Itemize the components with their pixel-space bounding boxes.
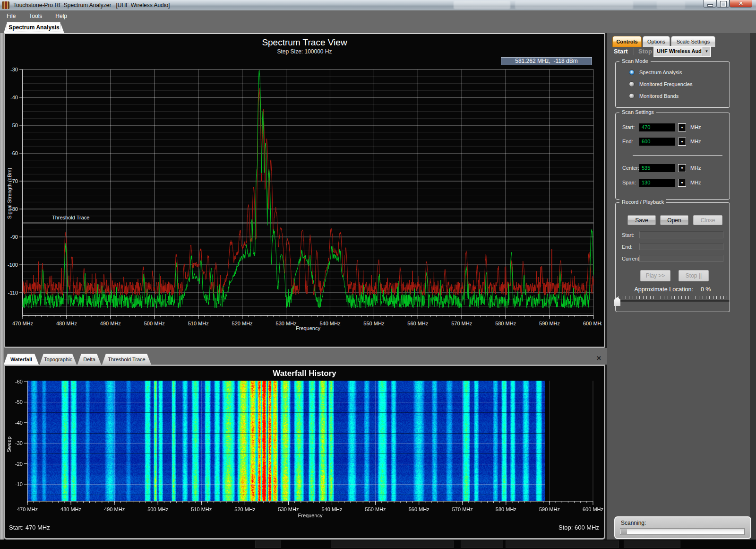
record-field-label: Start: — [622, 232, 634, 238]
restore-button[interactable] — [716, 0, 730, 8]
tab-threshold-trace[interactable]: Threshold Trace — [102, 354, 151, 365]
svg-text:580 MHz: 580 MHz — [496, 506, 516, 512]
chevron-down-icon[interactable]: ▼ — [678, 123, 686, 131]
taskbar-item[interactable] — [624, 540, 680, 548]
close-button[interactable]: ✕ — [730, 0, 752, 8]
glass-reflection — [657, 1, 685, 9]
waterfall-y-axis-label: Sweep — [6, 409, 13, 480]
playback-slider-track[interactable] — [616, 300, 730, 302]
menu-item-help[interactable]: Help — [49, 10, 74, 21]
record-playback-group: Record / Playback SaveOpenClose Start:En… — [615, 202, 730, 312]
playback-slider-ticks — [619, 296, 729, 299]
radio-label: Spectrum Analysis — [639, 70, 682, 75]
svg-text:-110: -110 — [8, 290, 18, 296]
taskbar-item[interactable] — [461, 540, 503, 548]
scan-toolbar: Start Stop UHF Wireless Aud ▼ — [607, 47, 756, 58]
waterfall-panel: 470 MHz480 MHz490 MHz500 MHz510 MHz520 M… — [4, 365, 605, 540]
tab-spectrum-analysis[interactable]: Spectrum Analysis — [4, 22, 64, 33]
scan-setting-input[interactable]: 535 — [639, 164, 675, 172]
scan-setting-input[interactable]: 470 — [639, 123, 675, 131]
svg-text:480 MHz: 480 MHz — [60, 506, 81, 512]
scanning-progress-fill — [621, 529, 627, 534]
svg-text:600 MHz: 600 MHz — [583, 506, 603, 512]
tab-options[interactable]: Options — [643, 36, 670, 47]
radio-icon[interactable] — [629, 93, 635, 99]
scan-setting-unit: MHz — [690, 180, 701, 185]
menu-item-file[interactable]: File — [0, 10, 22, 21]
minimize-icon — [707, 4, 713, 7]
profile-dropdown[interactable]: UHF Wireless Aud ▼ — [654, 47, 710, 56]
playback-stop-button[interactable]: Stop || — [679, 270, 709, 281]
scan-setting-label: Center: — [622, 165, 639, 171]
spectrum-chart[interactable]: -30-40-50-60-70-80-90-100-110470 MHz480 … — [7, 35, 602, 345]
scan-setting-label: Span: — [622, 180, 636, 185]
tab-waterfall[interactable]: Waterfall — [4, 354, 39, 365]
chevron-down-icon[interactable]: ▼ — [678, 138, 686, 146]
tab-controls[interactable]: Controls — [612, 36, 642, 47]
record-field-current[interactable] — [639, 255, 723, 262]
svg-text:-30: -30 — [15, 440, 23, 446]
svg-text:510 MHz: 510 MHz — [191, 506, 212, 512]
control-panel: ControlsOptionsScale Settings Start Stop… — [607, 33, 756, 540]
spectrum-title: Spectrum Trace View — [5, 37, 604, 48]
app-window: Touchstone-Pro RF Spectrum Analyzer [UHF… — [0, 0, 756, 549]
minimize-button[interactable] — [703, 0, 716, 8]
glass-reflection — [454, 1, 510, 9]
scan-setting-label: Start: — [622, 124, 635, 130]
scan-setting-input[interactable]: 130 — [639, 179, 675, 187]
panel-edge — [750, 33, 756, 540]
taskbar-item[interactable] — [506, 540, 619, 548]
spectrum-y-axis-label: Signal Strength (dBm) — [7, 158, 13, 229]
scan-setting-input[interactable]: 600 — [639, 138, 675, 146]
svg-text:-40: -40 — [10, 95, 18, 100]
tab-scale-settings[interactable]: Scale Settings — [671, 36, 715, 47]
scan-mode-legend: Scan Mode — [619, 58, 651, 64]
waterfall-start-status: Start: 470 MHz — [9, 524, 50, 531]
spectrum-x-axis-label: Frequency — [23, 325, 593, 331]
radio-option-monitored-bands[interactable]: Monitored Bands — [629, 93, 679, 99]
waterfall-title: Waterfall History — [5, 369, 604, 378]
svg-text:470 MHz: 470 MHz — [17, 506, 38, 512]
spectrum-panel: -30-40-50-60-70-80-90-100-110470 MHz480 … — [4, 33, 605, 348]
record-field-start[interactable] — [639, 231, 723, 238]
taskbar-item[interactable] — [255, 540, 281, 548]
waterfall-close-icon[interactable]: ✕ — [596, 355, 601, 362]
tab-topographic[interactable]: Topographic — [40, 354, 77, 365]
scanning-progress-bar — [620, 528, 745, 535]
approximate-location-value: 0 % — [701, 286, 711, 293]
chevron-down-icon[interactable]: ▼ — [678, 179, 686, 187]
record-playback-legend: Record / Playback — [619, 199, 666, 205]
tab-focus-outline — [7, 23, 60, 32]
radio-option-monitored-frequencies[interactable]: Monitored Frequencies — [629, 81, 693, 87]
svg-text:560 MHz: 560 MHz — [409, 506, 430, 512]
svg-text:590 MHz: 590 MHz — [539, 506, 560, 512]
record-field-label: End: — [622, 244, 633, 250]
svg-text:-60: -60 — [10, 150, 18, 156]
radio-icon[interactable] — [629, 81, 635, 87]
save-button[interactable]: Save — [627, 215, 656, 225]
chevron-down-icon[interactable]: ▼ — [678, 164, 686, 172]
cursor-readout: 581.262 MHz, -118 dBm — [501, 57, 592, 65]
play-button[interactable]: Play >> — [640, 270, 670, 281]
main-tab-strip: Spectrum Analysis — [0, 21, 756, 33]
menu-item-tools[interactable]: Tools — [22, 10, 49, 21]
record-field-label: Current: — [622, 256, 641, 261]
svg-text:-100: -100 — [8, 262, 18, 268]
scan-setting-row: End:600▼MHz — [616, 138, 730, 146]
taskbar-item[interactable] — [331, 540, 454, 548]
scan-setting-unit: MHz — [690, 165, 701, 171]
start-scan-button[interactable]: Start — [614, 48, 628, 55]
radio-icon[interactable] — [629, 70, 635, 75]
stop-scan-button[interactable]: Stop — [638, 48, 652, 55]
svg-text:-30: -30 — [10, 67, 18, 72]
scan-settings-group: Scan Settings Start:470▼MHzEnd:600▼MHzCe… — [615, 113, 730, 200]
record-field-end[interactable] — [639, 243, 723, 250]
open-button[interactable]: Open — [660, 215, 688, 225]
chevron-down-icon[interactable]: ▼ — [703, 47, 710, 56]
tab-delta[interactable]: Delta — [77, 354, 101, 365]
waterfall-stop-status: Stop: 600 MHz — [558, 524, 599, 531]
app-icon — [2, 1, 9, 9]
radio-option-spectrum-analysis[interactable]: Spectrum Analysis — [629, 70, 682, 75]
close-button[interactable]: Close — [693, 215, 722, 225]
svg-text:570 MHz: 570 MHz — [452, 506, 473, 512]
